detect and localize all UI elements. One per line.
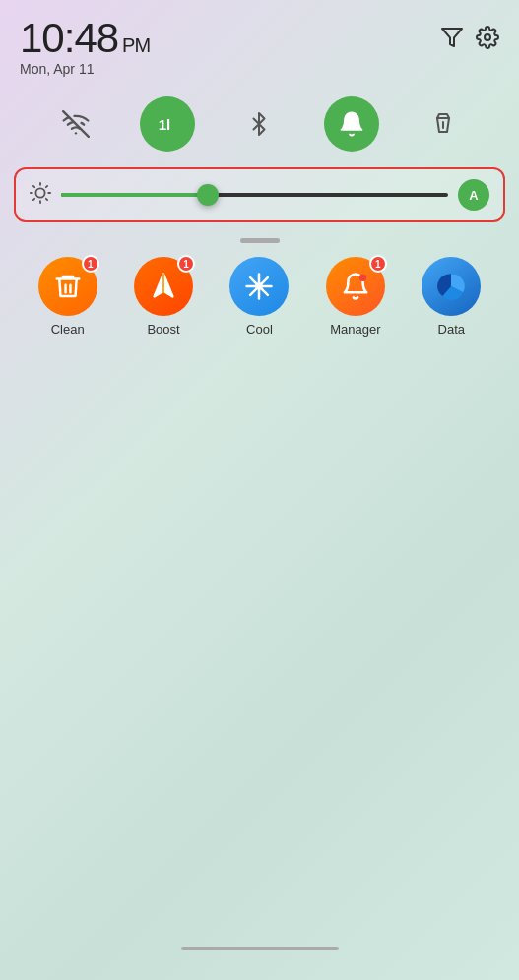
nfc-toggle[interactable]: 1l [140,96,195,152]
app-cool-icon [229,257,289,316]
drag-handle[interactable] [0,238,519,243]
app-clean-icon-wrap: 1 [38,257,97,316]
app-manager-icon-wrap: 1 [326,257,385,316]
drag-handle-bar [240,238,280,243]
app-data[interactable]: Data [422,257,481,337]
svg-text:1l: 1l [159,116,171,133]
app-boost-badge: 1 [177,255,195,273]
filter-icon [440,26,464,55]
flashlight-toggle[interactable] [416,96,471,152]
app-clean-label: Clean [51,322,85,337]
svg-line-13 [33,198,34,199]
status-icons [440,18,499,55]
svg-point-1 [485,34,490,40]
svg-point-21 [256,282,264,290]
app-boost-icon-wrap: 1 [134,257,193,316]
app-boost-label: Boost [147,322,179,337]
svg-line-14 [46,185,47,186]
svg-point-6 [35,188,44,197]
app-data-label: Data [438,322,465,337]
bottom-navigation-bar [181,947,339,950]
brightness-row[interactable]: A [14,167,505,222]
svg-point-22 [359,275,367,282]
auto-brightness-label: A [469,188,478,203]
svg-marker-0 [442,29,462,46]
brightness-fill [61,193,208,197]
app-data-icon [422,257,481,316]
sun-icon [30,182,51,209]
time-digits: 10:48 [20,15,118,61]
notification-toggle[interactable] [324,96,379,152]
time-period: PM [122,34,150,56]
app-shortcuts: 1 Clean 1 Boost [0,257,519,337]
brightness-slider[interactable] [61,193,448,197]
brightness-thumb[interactable] [197,184,219,206]
quick-toggles: 1l [0,87,519,167]
date-label: Mon, Apr 11 [20,61,150,77]
bluetooth-toggle[interactable] [231,96,287,152]
svg-line-10 [46,198,47,199]
app-manager-label: Manager [330,322,380,337]
time-block: 10:48PM Mon, Apr 11 [20,18,150,77]
app-cool-icon-wrap [229,257,289,316]
settings-gear-icon[interactable] [476,26,499,55]
app-clean[interactable]: 1 Clean [38,257,97,337]
app-cool[interactable]: Cool [229,257,289,337]
auto-brightness-button[interactable]: A [458,179,489,211]
status-bar: 10:48PM Mon, Apr 11 [0,0,519,87]
app-manager[interactable]: 1 Manager [326,257,385,337]
wifi-toggle[interactable] [48,96,103,152]
app-data-icon-wrap [422,257,481,316]
app-manager-badge: 1 [369,255,387,273]
svg-line-9 [33,185,34,186]
clock-time: 10:48PM [20,18,150,59]
app-cool-label: Cool [246,322,273,337]
app-clean-badge: 1 [82,255,99,273]
app-boost[interactable]: 1 Boost [134,257,193,337]
